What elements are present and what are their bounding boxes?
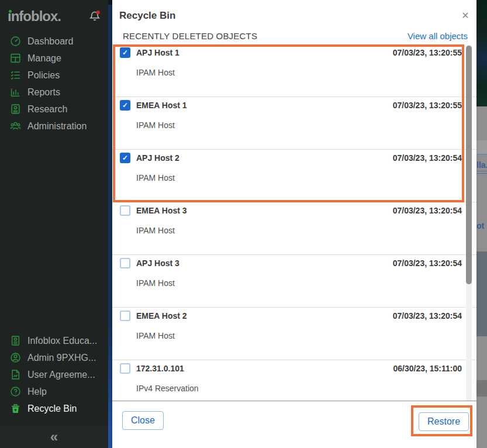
sidebar-item-manage[interactable]: Manage [0,50,108,67]
collapse-chevron-icon: « [50,429,58,445]
item-deleted-timestamp: 06/30/23, 15:11:00 [393,364,462,373]
sidebar-item-admin-user[interactable]: Admin 9PXHG... [0,349,108,366]
sidebar-item-label: Policies [27,70,60,81]
background-page-right-edge: lla. ot [476,0,487,448]
item-name: APJ Host 2 [136,153,179,163]
education-card-icon [10,335,21,346]
close-icon[interactable]: ✕ [460,11,471,21]
sidebar: infoblox. Dashboard [0,0,108,448]
item-deleted-timestamp: 07/03/23, 13:20:54 [393,153,462,163]
sidebar-item-label: Manage [27,53,61,64]
item-name: EMEA Host 1 [136,101,187,110]
item-checkbox[interactable] [120,100,130,111]
item-deleted-timestamp: 07/03/23, 13:20:55 [393,101,462,110]
recycle-bin-panel: Recycle Bin ✕ RECENTLY DELETED OBJECTS V… [112,0,476,448]
reports-chart-icon [10,87,21,98]
scrollbar-thumb[interactable] [466,46,472,284]
restore-button[interactable]: Restore [419,412,469,431]
item-type: IPAM Host [136,226,175,235]
list-item[interactable]: 172.31.0.101 06/30/23, 15:11:00 IPv4 Res… [112,360,476,401]
item-name: EMEA Host 2 [136,311,187,321]
background-link-fragment: lla. [476,160,487,170]
document-icon [10,369,21,380]
app-root: infoblox. Dashboard [0,0,487,448]
infoblox-logo: infoblox. [8,8,61,25]
item-type: IPAM Host [136,173,175,182]
item-name: APJ Host 3 [136,259,179,268]
item-checkbox[interactable] [120,363,130,374]
item-checkbox[interactable] [120,47,130,58]
logo-green-dot [9,10,12,13]
item-name: APJ Host 1 [136,48,179,57]
user-circle-icon [10,352,21,363]
item-checkbox[interactable] [120,258,130,268]
section-header: RECENTLY DELETED OBJECTS [123,31,257,41]
background-page-left-edge [108,0,112,448]
list-item[interactable]: APJ Host 1 07/03/23, 13:20:55 IPAM Host [112,44,476,97]
sidebar-item-recycle-bin[interactable]: Recycle Bin [0,400,108,417]
policies-checklist-icon [10,70,21,81]
item-checkbox[interactable] [120,153,130,163]
list-item[interactable]: APJ Host 2 07/03/23, 13:20:54 IPAM Host [112,150,476,202]
sidebar-item-label: Administration [27,121,87,132]
recycle-bin-icon [10,403,21,414]
deleted-objects-list: APJ Host 1 07/03/23, 13:20:55 IPAM Host … [112,44,476,401]
panel-footer: Close Restore [112,401,476,448]
sidebar-item-label: Dashboard [27,36,73,47]
list-item[interactable]: APJ Host 3 07/03/23, 13:20:54 IPAM Host [112,255,476,308]
administration-people-icon [10,120,21,132]
item-deleted-timestamp: 07/03/23, 13:20:54 [393,206,462,215]
help-icon [10,386,21,397]
sidebar-nav: Dashboard Manage Policies [0,33,108,135]
sidebar-item-label: Infoblox Educa... [27,336,97,346]
item-type: IPAM Host [136,68,175,77]
view-all-objects-link[interactable]: View all objects [407,31,468,41]
dashboard-gauge-icon [10,36,21,47]
notification-bell-icon[interactable] [88,10,101,23]
sidebar-item-label: Research [27,104,67,115]
list-item[interactable]: EMEA Host 3 07/03/23, 13:20:54 IPAM Host [112,202,476,255]
item-deleted-timestamp: 07/03/23, 13:20:54 [393,259,462,268]
sidebar-item-dashboard[interactable]: Dashboard [0,33,108,50]
sidebar-header: infoblox. [8,8,101,25]
sidebar-item-label: Admin 9PXHG... [27,353,96,363]
list-item[interactable]: EMEA Host 1 07/03/23, 13:20:55 IPAM Host [112,97,476,150]
item-deleted-timestamp: 07/03/23, 13:20:54 [393,311,462,321]
item-type: IPAM Host [136,331,175,340]
close-button[interactable]: Close [122,411,164,430]
sidebar-item-help[interactable]: Help [0,383,108,400]
sidebar-item-label: Help [27,387,47,397]
sidebar-item-policies[interactable]: Policies [0,67,108,84]
sidebar-item-administration[interactable]: Administration [0,118,108,135]
sidebar-item-infoblox-education[interactable]: Infoblox Educa... [0,332,108,349]
item-deleted-timestamp: 07/03/23, 13:20:55 [393,48,462,57]
research-book-icon [10,104,21,115]
sidebar-item-label: Reports [27,87,60,98]
item-name: 172.31.0.101 [136,364,184,373]
sidebar-item-reports[interactable]: Reports [0,84,108,101]
sidebar-item-label: Recycle Bin [27,404,77,414]
background-link-fragment: ot [476,221,487,230]
list-item[interactable]: EMEA Host 2 07/03/23, 13:20:54 IPAM Host [112,308,476,360]
background-image-fragment [476,0,487,106]
item-type: IPAM Host [136,278,175,288]
sidebar-item-label: User Agreeme... [27,370,95,380]
manage-grid-icon [10,53,21,64]
item-type: IPv4 Reservation [136,384,199,393]
sidebar-nav-bottom: Infoblox Educa... Admin 9PXHG... User Ag… [0,332,108,417]
sidebar-item-research[interactable]: Research [0,101,108,118]
panel-title: Recycle Bin [119,10,175,22]
sidebar-item-user-agreement[interactable]: User Agreeme... [0,366,108,383]
item-type: IPAM Host [136,120,175,130]
item-checkbox[interactable] [120,205,130,216]
item-checkbox[interactable] [120,311,130,321]
item-name: EMEA Host 3 [136,206,187,215]
sidebar-collapse-button[interactable]: « [0,426,108,448]
